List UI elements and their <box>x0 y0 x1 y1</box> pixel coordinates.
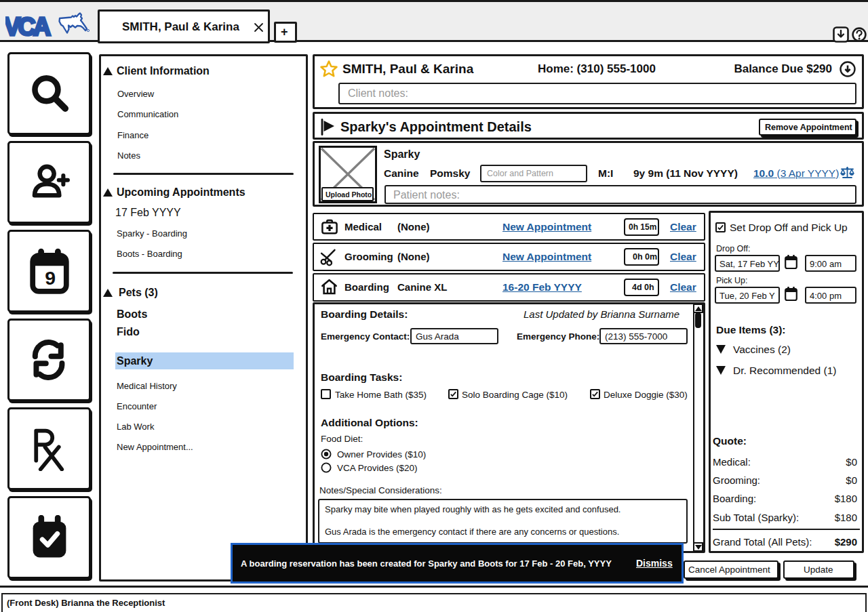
svg-text:VCA: VCA <box>5 13 51 41</box>
svg-text:9: 9 <box>45 267 56 289</box>
